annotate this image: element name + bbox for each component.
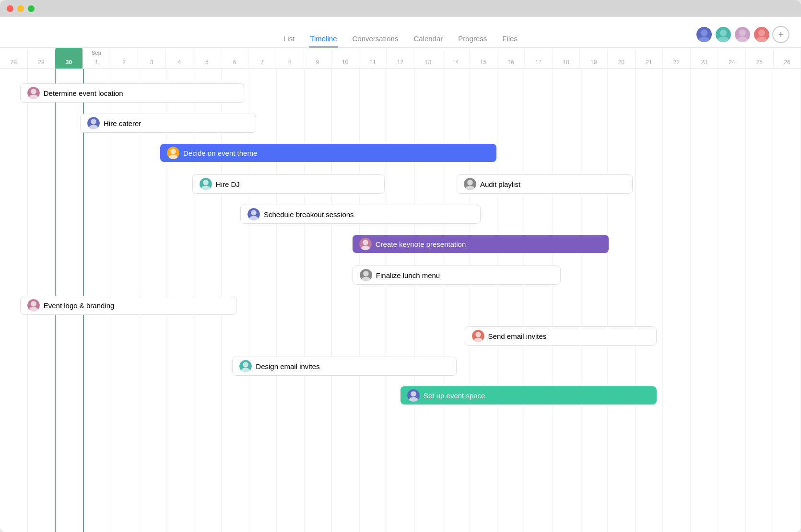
task-avatar-hire-caterer — [87, 117, 100, 129]
task-label-setup-space: Set up event space — [424, 392, 485, 400]
svg-point-36 — [475, 332, 481, 337]
task-design-email[interactable]: Design email invites — [232, 357, 457, 376]
task-avatar-audit-playlist — [464, 178, 476, 190]
tab-timeline[interactable]: Timeline — [309, 31, 338, 47]
task-hire-dj[interactable]: Hire DJ — [192, 174, 385, 194]
task-label-hire-dj: Hire DJ — [216, 180, 240, 188]
header-avatars: + — [695, 26, 789, 43]
tab-progress[interactable]: Progress — [457, 31, 488, 47]
ruler-cell-4: 4 — [166, 48, 194, 69]
ruler-cell-19: 19 — [580, 48, 608, 69]
svg-point-12 — [91, 119, 96, 124]
ruler-cell-22: 22 — [663, 48, 691, 69]
avatar-1[interactable] — [695, 26, 713, 43]
ruler-cell-26: 26 — [774, 48, 801, 69]
svg-point-21 — [467, 180, 472, 185]
maximize-button[interactable] — [28, 5, 35, 12]
task-avatar-design-email — [239, 360, 252, 372]
ruler-cell-24: 24 — [718, 48, 746, 69]
svg-point-5 — [737, 36, 748, 43]
task-label-design-email: Design email invites — [256, 362, 319, 370]
task-avatar-hire-dj — [200, 178, 212, 190]
ruler-cell-1: Sep1 — [83, 48, 111, 69]
ruler-cell-30: 30 — [55, 48, 83, 69]
svg-point-1 — [698, 36, 709, 43]
ruler-cell-8: 8 — [276, 48, 304, 69]
close-button[interactable] — [7, 5, 13, 12]
ruler-cell-10: 10 — [331, 48, 359, 69]
ruler-cell-16: 16 — [497, 48, 525, 69]
ruler-cell-17: 17 — [525, 48, 553, 69]
ruler-cell-21: 21 — [636, 48, 663, 69]
gantt-area[interactable]: Determine event location Hire caterer De… — [0, 69, 801, 532]
page-header: + List Timeline Conversations Calendar P… — [0, 17, 801, 48]
task-label-event-logo: Event logo & branding — [44, 301, 115, 310]
app-window: + List Timeline Conversations Calendar P… — [0, 0, 801, 532]
timeline-ruler: 282930Sep1234567891011121314151617181920… — [0, 48, 801, 69]
tab-list[interactable]: List — [283, 31, 295, 47]
task-setup-space[interactable]: Set up event space — [400, 386, 657, 405]
ruler-cell-29: 29 — [28, 48, 56, 69]
svg-point-15 — [170, 149, 176, 154]
tab-files[interactable]: Files — [501, 31, 518, 47]
task-avatar-send-email — [472, 330, 484, 342]
task-create-keynote[interactable]: Create keynote presentation — [353, 235, 609, 253]
task-avatar-decide-theme — [167, 147, 179, 159]
task-event-logo[interactable]: Event logo & branding — [20, 296, 236, 315]
tab-conversations[interactable]: Conversations — [352, 31, 400, 47]
ruler-cell-15: 15 — [470, 48, 497, 69]
svg-point-6 — [758, 29, 765, 36]
svg-point-2 — [720, 29, 727, 36]
timeline-wrapper: 282930Sep1234567891011121314151617181920… — [0, 48, 801, 532]
task-label-send-email: Send email invites — [488, 332, 547, 340]
avatar-3[interactable] — [734, 26, 751, 43]
task-audit-playlist[interactable]: Audit playlist — [457, 174, 633, 194]
ruler-cell-28: 28 — [0, 48, 28, 69]
task-label-finalize-lunch: Finalize lunch menu — [376, 271, 440, 279]
ruler-cell-6: 6 — [221, 48, 249, 69]
task-schedule-breakout[interactable]: Schedule breakout sessions — [240, 205, 481, 224]
task-avatar-schedule-breakout — [247, 208, 260, 220]
task-send-email[interactable]: Send email invites — [465, 326, 657, 346]
svg-point-7 — [756, 36, 767, 43]
task-avatar-determine-location — [27, 87, 40, 99]
svg-point-39 — [243, 362, 248, 367]
svg-point-0 — [701, 29, 707, 36]
timeline-container: 282930Sep1234567891011121314151617181920… — [0, 48, 801, 532]
svg-point-24 — [251, 210, 256, 215]
task-finalize-lunch[interactable]: Finalize lunch menu — [353, 266, 561, 285]
ruler-cell-3: 3 — [138, 48, 166, 69]
ruler-cell-23: 23 — [691, 48, 719, 69]
svg-point-18 — [203, 180, 208, 185]
ruler-cell-11: 11 — [359, 48, 387, 69]
ruler-cell-12: 12 — [387, 48, 414, 69]
header-top: + — [0, 25, 801, 31]
task-avatar-setup-space — [407, 389, 420, 402]
svg-point-4 — [739, 29, 746, 36]
task-label-decide-theme: Decide on event theme — [183, 149, 257, 157]
task-avatar-create-keynote — [359, 238, 372, 250]
avatar-2[interactable] — [715, 26, 732, 43]
svg-point-33 — [31, 301, 36, 306]
task-label-audit-playlist: Audit playlist — [480, 180, 520, 188]
task-determine-location[interactable]: Determine event location — [20, 83, 245, 103]
svg-point-3 — [718, 36, 729, 43]
ruler-cell-13: 13 — [414, 48, 442, 69]
tab-calendar[interactable]: Calendar — [412, 31, 444, 47]
ruler-cell-5: 5 — [193, 48, 221, 69]
ruler-cell-20: 20 — [608, 48, 636, 69]
task-decide-theme[interactable]: Decide on event theme — [160, 144, 496, 162]
task-avatar-event-logo — [27, 299, 40, 312]
task-hire-caterer[interactable]: Hire caterer — [80, 114, 256, 133]
nav-tabs: List Timeline Conversations Calendar Pro… — [0, 31, 801, 47]
ruler-cell-2: 2 — [110, 48, 138, 69]
task-avatar-finalize-lunch — [360, 269, 372, 281]
svg-point-30 — [363, 271, 368, 276]
add-member-button[interactable]: + — [772, 26, 789, 43]
svg-point-27 — [363, 240, 368, 245]
avatar-4[interactable] — [753, 26, 770, 43]
task-label-hire-caterer: Hire caterer — [104, 119, 141, 127]
ruler-cell-18: 18 — [553, 48, 580, 69]
minimize-button[interactable] — [17, 5, 24, 12]
svg-point-42 — [411, 391, 416, 396]
